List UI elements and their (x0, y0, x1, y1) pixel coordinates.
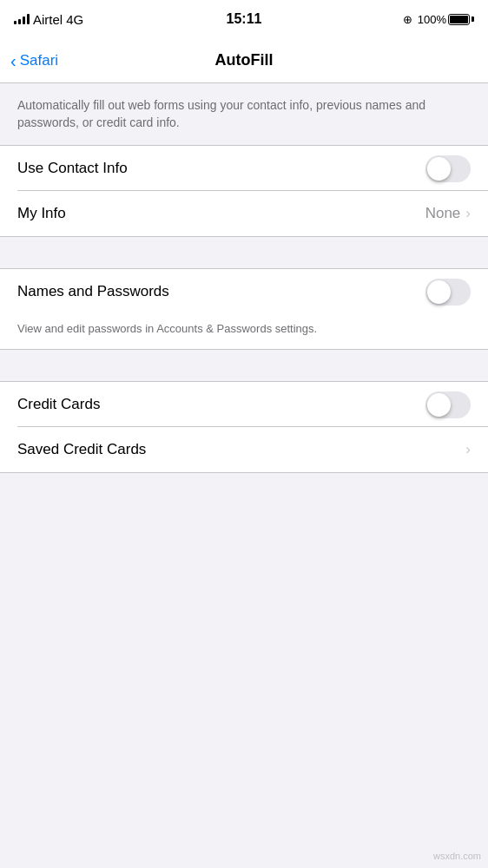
names-passwords-row: Names and Passwords (0, 269, 488, 314)
credit-cards-group: Credit Cards Saved Credit Cards › (0, 381, 488, 473)
passwords-footer: View and edit passwords in Accounts & Pa… (0, 314, 488, 350)
toggle-knob-2 (427, 280, 451, 304)
carrier-info: Airtel 4G (14, 12, 83, 27)
passwords-group: Names and Passwords (0, 268, 488, 314)
my-info-label: My Info (17, 205, 66, 222)
content-area: Automatically fill out web forms using y… (0, 83, 488, 751)
use-contact-info-row: Use Contact Info (0, 146, 488, 191)
lock-icon: ⊕ (403, 13, 412, 26)
description-section: Automatically fill out web forms using y… (0, 83, 488, 145)
credit-cards-label: Credit Cards (17, 396, 100, 413)
status-right: ⊕ 100% (403, 13, 474, 26)
use-contact-info-label: Use Contact Info (17, 160, 128, 177)
saved-credit-cards-right: › (465, 441, 471, 458)
credit-cards-row: Credit Cards (0, 382, 488, 427)
my-info-right: None › (425, 205, 471, 222)
back-label: Safari (20, 52, 58, 69)
passwords-group-wrapper: Names and Passwords View and edit passwo… (0, 268, 488, 350)
battery-body (448, 14, 470, 25)
signal-bars-icon (14, 14, 30, 24)
names-passwords-toggle[interactable] (425, 279, 471, 306)
battery-icon: 100% (418, 13, 474, 26)
back-chevron-icon: ‹ (10, 52, 16, 69)
battery-percent: 100% (418, 13, 446, 26)
saved-credit-cards-label: Saved Credit Cards (17, 441, 146, 458)
section-spacer-2 (0, 350, 488, 381)
credit-cards-toggle[interactable] (425, 391, 471, 418)
passwords-footer-text: View and edit passwords in Accounts & Pa… (17, 321, 471, 337)
carrier-name: Airtel (33, 12, 63, 27)
description-text: Automatically fill out web forms using y… (17, 97, 471, 131)
saved-credit-cards-row[interactable]: Saved Credit Cards › (0, 427, 488, 472)
section-spacer-1 (0, 237, 488, 268)
back-button[interactable]: ‹ Safari (10, 52, 58, 69)
names-passwords-label: Names and Passwords (17, 283, 169, 300)
battery-tip (472, 16, 474, 22)
nav-bar: ‹ Safari AutoFill (0, 38, 488, 83)
use-contact-info-toggle[interactable] (425, 155, 471, 182)
contact-info-group: Use Contact Info My Info None › (0, 145, 488, 237)
bottom-area (0, 473, 488, 751)
toggle-knob (427, 157, 451, 181)
battery-fill (450, 16, 468, 23)
saved-credit-cards-chevron-icon: › (465, 441, 471, 458)
my-info-row[interactable]: My Info None › (0, 191, 488, 236)
page-title: AutoFill (215, 51, 274, 69)
watermark: wsxdn.com (433, 851, 481, 861)
my-info-value: None (425, 205, 461, 222)
network-type: 4G (66, 12, 83, 27)
status-bar: Airtel 4G 15:11 ⊕ 100% (0, 0, 488, 38)
toggle-knob-3 (427, 393, 451, 417)
status-time: 15:11 (227, 11, 262, 27)
my-info-chevron-icon: › (465, 205, 471, 222)
